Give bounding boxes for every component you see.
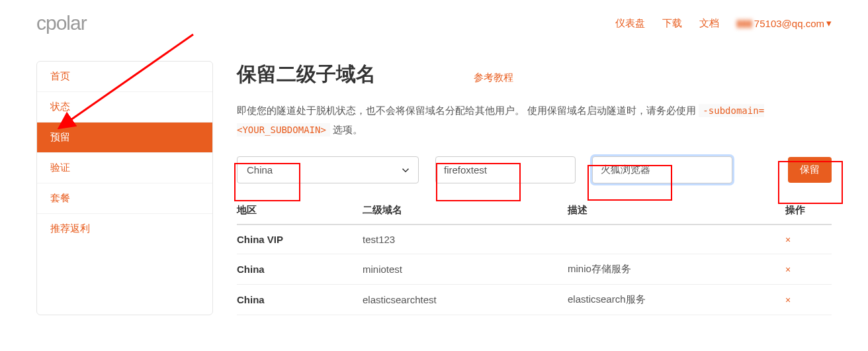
reserved-table: 地区 二级域名 描述 操作 China VIP test123 × China … — [237, 197, 832, 315]
th-subdomain: 二级域名 — [363, 197, 568, 225]
header: cpolar 仪表盘 下载 文档 ▮▮▮75103@qq.com ▾ — [0, 0, 868, 42]
sidebar-item-referral[interactable]: 推荐返利 — [37, 214, 212, 244]
page-title: 保留二级子域名 — [237, 61, 376, 88]
subdomain-input[interactable] — [435, 156, 576, 183]
description-input[interactable] — [592, 156, 732, 183]
reserve-button[interactable]: 保留 — [788, 157, 832, 183]
delete-button[interactable]: × — [785, 234, 791, 245]
sidebar-item-home[interactable]: 首页 — [37, 62, 212, 92]
reserve-form: China 保留 — [237, 156, 832, 183]
cell-region: China — [237, 254, 363, 285]
content: 保留二级子域名 参考教程 即使您的隧道处于脱机状态，也不会将保留域名分配给其他用… — [237, 61, 832, 315]
chevron-down-icon: ▾ — [826, 17, 832, 29]
logo: cpolar — [36, 12, 87, 34]
sidebar-item-plan[interactable]: 套餐 — [37, 183, 212, 214]
th-op: 操作 — [785, 197, 832, 225]
cell-desc: minio存储服务 — [568, 254, 785, 285]
sidebar: 首页 状态 预留 验证 套餐 推荐返利 — [36, 61, 213, 315]
cell-desc: elasticsearch服务 — [568, 285, 785, 315]
desc-text-after: 选项。 — [330, 124, 363, 135]
table-row: China VIP test123 × — [237, 225, 832, 254]
cell-desc — [568, 225, 785, 254]
nav-user-menu[interactable]: ▮▮▮75103@qq.com ▾ — [736, 17, 832, 29]
region-select[interactable]: China — [237, 156, 419, 183]
tutorial-link[interactable]: 参考教程 — [474, 72, 513, 84]
th-desc: 描述 — [568, 197, 785, 225]
cell-region: China VIP — [237, 225, 363, 254]
table-row: China elasticsearchtest elasticsearch服务 … — [237, 285, 832, 315]
nav-dashboard[interactable]: 仪表盘 — [615, 17, 645, 30]
cell-subdomain: test123 — [363, 225, 568, 254]
sidebar-item-status[interactable]: 状态 — [37, 92, 212, 123]
description: 即使您的隧道处于脱机状态，也不会将保留域名分配给其他用户。 使用保留域名启动隧道… — [237, 101, 832, 139]
sidebar-item-verify[interactable]: 验证 — [37, 153, 212, 183]
nav-docs[interactable]: 文档 — [699, 17, 719, 30]
cell-subdomain: miniotest — [363, 254, 568, 285]
desc-text-before: 即使您的隧道处于脱机状态，也不会将保留域名分配给其他用户。 使用保留域名启动隧道… — [237, 105, 699, 116]
th-region: 地区 — [237, 197, 363, 225]
delete-button[interactable]: × — [785, 295, 791, 305]
sidebar-item-reserved[interactable]: 预留 — [37, 123, 212, 153]
nav-download[interactable]: 下载 — [662, 17, 682, 30]
user-email-visible: 75103@qq.com — [754, 18, 824, 29]
cell-region: China — [237, 285, 363, 315]
delete-button[interactable]: × — [785, 264, 791, 275]
top-nav: 仪表盘 下载 文档 ▮▮▮75103@qq.com ▾ — [615, 17, 832, 30]
table-row: China miniotest minio存储服务 × — [237, 254, 832, 285]
user-email-obscured: ▮▮▮ — [736, 17, 752, 29]
cell-subdomain: elasticsearchtest — [363, 285, 568, 315]
